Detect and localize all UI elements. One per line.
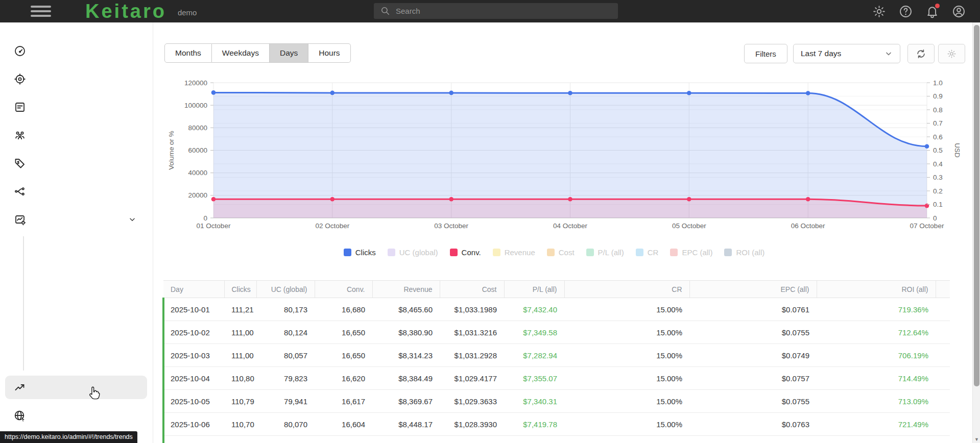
help-icon[interactable] bbox=[899, 5, 913, 18]
submenu-guide-line bbox=[23, 236, 24, 371]
settings-icon[interactable] bbox=[872, 5, 886, 18]
cell-epc-all: $0.0743 bbox=[689, 436, 817, 443]
sidebar-item-traffic-sources[interactable] bbox=[0, 177, 153, 205]
date-range-select[interactable]: Last 7 days bbox=[793, 44, 900, 63]
column-header-roi-all[interactable]: ROI (all) bbox=[817, 281, 936, 298]
svg-text:0.6: 0.6 bbox=[933, 133, 943, 141]
cell-p-l-all: $7,282.94 bbox=[504, 344, 564, 367]
tab-hours[interactable]: Hours bbox=[308, 43, 350, 63]
cell-roi-all: 719.36% bbox=[817, 298, 936, 321]
column-header-revenue[interactable]: Revenue bbox=[372, 281, 440, 298]
table-row: 2025-10-03111,0080,05716,650$8,314.23$1,… bbox=[163, 344, 950, 367]
menu-icon[interactable] bbox=[31, 6, 51, 17]
legend-item-cr[interactable]: CR bbox=[636, 248, 659, 257]
sidebar-item-affiliate-networks[interactable] bbox=[0, 121, 153, 149]
trends-icon bbox=[14, 382, 26, 394]
svg-text:0.9: 0.9 bbox=[933, 92, 943, 100]
legend-item-epc-all[interactable]: EPC (all) bbox=[670, 248, 712, 257]
svg-text:06 October: 06 October bbox=[791, 222, 825, 230]
filters-button[interactable]: Filters bbox=[744, 44, 787, 63]
cell-cr: 15.00% bbox=[564, 367, 689, 390]
brand[interactable]: Keitaro demo bbox=[85, 0, 197, 22]
cell-conv: 16,620 bbox=[315, 367, 372, 390]
tab-weekdays[interactable]: Weekdays bbox=[212, 43, 270, 63]
global-search[interactable] bbox=[374, 3, 618, 19]
cell-clicks: 111,21 bbox=[224, 298, 256, 321]
account-icon[interactable] bbox=[952, 5, 966, 18]
cell-filler bbox=[936, 298, 950, 321]
legend-swatch bbox=[547, 249, 555, 256]
legend-item-roi-all[interactable]: ROI (all) bbox=[724, 248, 764, 257]
tab-months[interactable]: Months bbox=[164, 43, 212, 63]
offers-icon bbox=[14, 157, 26, 169]
legend-item-conv[interactable]: Conv. bbox=[450, 248, 481, 257]
cell-revenue: $1,232.34 bbox=[372, 436, 440, 443]
cell-roi-all: 714.49% bbox=[817, 367, 936, 390]
cell-day: 2025-10-06 bbox=[163, 413, 224, 436]
sidebar-item-domains[interactable] bbox=[0, 402, 153, 430]
cell-clicks: 11,43 bbox=[224, 436, 256, 443]
cell-p-l-all: $7,349.58 bbox=[504, 321, 564, 344]
sidebar-item-reports[interactable] bbox=[0, 205, 153, 233]
cell-conv: 16,650 bbox=[315, 344, 372, 367]
traffic-sources-icon bbox=[14, 185, 26, 198]
chevron-down-icon bbox=[128, 215, 136, 224]
affiliate-networks-icon bbox=[14, 129, 26, 141]
period-tabs: MonthsWeekdaysDaysHours bbox=[164, 43, 351, 63]
search-input[interactable] bbox=[396, 7, 618, 15]
column-header-cr[interactable]: CR bbox=[564, 281, 689, 298]
cell-epc-all: $0.0761 bbox=[689, 298, 817, 321]
sidebar-item-campaigns[interactable] bbox=[0, 65, 153, 93]
gear-icon bbox=[947, 49, 957, 59]
cell-day: 2025-10-05 bbox=[163, 390, 224, 413]
cell-cost: $1,031.2928 bbox=[440, 344, 504, 367]
cell-day: 2025-10-03 bbox=[163, 344, 224, 367]
svg-text:0.5: 0.5 bbox=[933, 146, 943, 154]
chart-settings-button[interactable] bbox=[938, 44, 965, 63]
cell-day: 2025-10-04 bbox=[163, 367, 224, 390]
svg-text:0.8: 0.8 bbox=[933, 106, 943, 114]
campaigns-icon bbox=[14, 73, 26, 85]
column-header-conv[interactable]: Conv. bbox=[315, 281, 372, 298]
legend-item-clicks[interactable]: Clicks bbox=[344, 248, 376, 257]
column-header-epc-all[interactable]: EPC (all) bbox=[689, 281, 817, 298]
scrollbar-thumb[interactable] bbox=[974, 25, 979, 386]
sidebar-item-offers[interactable] bbox=[0, 149, 153, 177]
legend-label: EPC (all) bbox=[682, 248, 712, 257]
cell-epc-all: $0.0749 bbox=[689, 344, 817, 367]
table-row: 2025-10-06110,7080,07016,604$8,448.17$1,… bbox=[163, 413, 950, 436]
cell-roi-all: 713.09% bbox=[817, 390, 936, 413]
cell-p-l-all: $1,046.51 bbox=[504, 436, 564, 443]
link-status-bar: https://demo.keitaro.io/admin/#!/trends/… bbox=[0, 431, 137, 443]
cell-roi-all: 700.76% bbox=[817, 436, 936, 443]
table-row: 2025-10-04110,8079,82316,620$8,384.49$1,… bbox=[163, 367, 950, 390]
column-header-cost[interactable]: Cost bbox=[440, 281, 504, 298]
column-header-clicks[interactable]: Clicks bbox=[224, 281, 256, 298]
refresh-button[interactable] bbox=[907, 44, 935, 63]
cell-cost: $157.8283 bbox=[440, 436, 504, 443]
legend-item-revenue[interactable]: Revenue bbox=[493, 248, 535, 257]
cell-epc-all: $0.0757 bbox=[689, 367, 817, 390]
cell-epc-all: $0.0755 bbox=[689, 321, 817, 344]
legend-item-cost[interactable]: Cost bbox=[547, 248, 575, 257]
column-header-uc-global[interactable]: UC (global) bbox=[256, 281, 315, 298]
column-header-filler bbox=[936, 281, 950, 298]
scroll-down-arrow[interactable]: ▼ bbox=[973, 437, 980, 442]
cell-revenue: $8,384.49 bbox=[372, 367, 440, 390]
column-header-day[interactable]: Day bbox=[163, 281, 224, 298]
app-logo: Keitaro bbox=[85, 0, 166, 22]
table-row: 2025-10-02111,0080,12416,650$8,380.90$1,… bbox=[163, 321, 950, 344]
tab-days[interactable]: Days bbox=[270, 43, 308, 63]
legend-swatch bbox=[493, 249, 500, 256]
sidebar-item-dashboard[interactable] bbox=[0, 37, 153, 65]
notifications-icon[interactable] bbox=[925, 5, 939, 18]
svg-text:Volume or %: Volume or % bbox=[168, 131, 175, 170]
cell-cr: 15.00% bbox=[564, 321, 689, 344]
column-header-p-l-all[interactable]: P/L (all) bbox=[504, 281, 564, 298]
legend-item-p-l-all[interactable]: P/L (all) bbox=[586, 248, 624, 257]
sidebar-item-landings-pages[interactable] bbox=[0, 93, 153, 121]
sidebar-item-trends[interactable] bbox=[0, 374, 153, 402]
cell-filler bbox=[936, 413, 950, 436]
cell-uc-global: 80,124 bbox=[256, 321, 315, 344]
legend-item-uc-global[interactable]: UC (global) bbox=[388, 248, 438, 257]
